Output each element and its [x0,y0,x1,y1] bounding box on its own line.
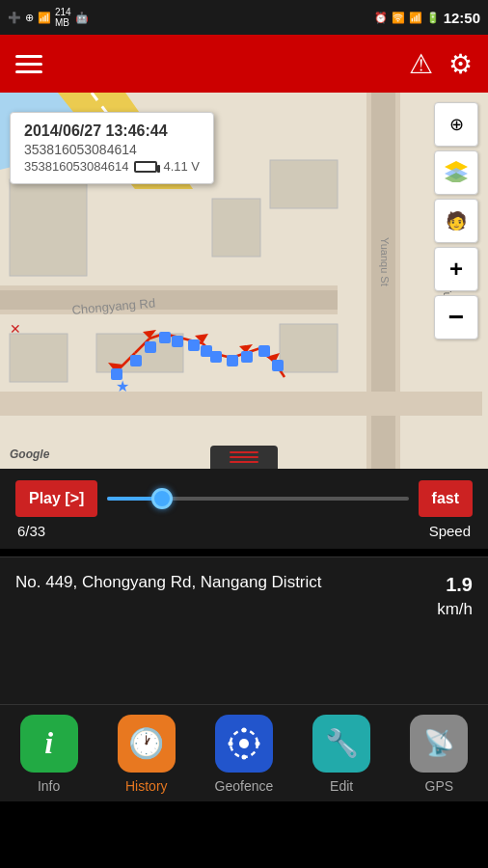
nav-item-history[interactable]: 🕐 History [103,715,190,794]
battery-indicator [134,161,157,173]
locate-icon: ⊕ [449,114,464,135]
edit-nav-icon: 🔧 [312,715,370,773]
settings-icon[interactable]: ⚙ [448,48,473,80]
svg-rect-41 [210,351,222,363]
google-attribution: Google [10,448,49,461]
svg-point-55 [241,754,246,759]
nav-item-gps[interactable]: 📡 GPS [395,715,482,794]
svg-rect-35 [130,355,142,366]
person-icon: 🧑 [446,210,467,231]
info-nav-label: Info [38,778,60,794]
svg-text:✕: ✕ [10,321,21,337]
wifi-icon: 📶 [38,12,51,24]
alarm-icon: ⏰ [374,12,388,24]
slider-thumb[interactable] [151,488,173,509]
person-btn[interactable]: 🧑 [434,199,478,243]
status-left-icons: ➕ ⊕ 📶 214MB 🤖 [8,7,89,28]
clock-display: 12:50 [444,10,480,26]
add-icon: ➕ [8,12,21,24]
svg-point-56 [228,741,232,746]
svg-rect-37 [159,332,171,343]
svg-point-53 [239,739,249,748]
edit-icon-glyph: 🔧 [325,727,359,759]
top-bar-right: ⚠ ⚙ [409,48,473,80]
svg-rect-45 [272,360,284,371]
svg-text:★: ★ [116,378,129,394]
bottom-nav: i Info 🕐 History Geofence 🔧 Edit [0,705,488,801]
status-right-icons: ⏰ 🛜 📶 🔋 12:50 [374,10,480,26]
hamburger-line-1 [15,55,42,58]
edit-nav-label: Edit [330,778,353,794]
popup-datetime: 2014/06/27 13:46:44 [24,122,200,140]
toggle-line-1 [230,451,258,453]
hamburger-menu[interactable] [15,55,42,73]
speed-label: Speed [429,523,471,539]
speed-unit: km/h [437,598,473,621]
info-nav-icon: i [20,715,78,773]
speed-display: 1.9 km/h [437,571,473,621]
playback-info: 6/33 Speed [15,523,473,539]
map-toggle-handle[interactable] [210,446,278,469]
svg-rect-43 [241,351,253,363]
layers-icon [443,159,470,187]
playback-controls-row: Play [>] fast [15,480,473,517]
svg-rect-38 [172,336,183,347]
zoom-out-icon: − [448,302,464,333]
geofence-nav-icon [215,715,273,773]
play-button[interactable]: Play [>] [15,480,97,517]
playback-area: Play [>] fast 6/33 Speed [0,469,488,549]
hamburger-line-2 [15,63,42,66]
geofence-nav-label: Geofence [215,778,274,794]
svg-point-57 [255,741,259,746]
top-bar: ⚠ ⚙ [0,35,488,93]
svg-rect-12 [10,179,87,276]
battery-icon: 🔋 [426,12,440,24]
geofence-icon-svg [227,726,261,761]
nav-item-geofence[interactable]: Geofence [201,715,287,794]
svg-text:Yuanqu St: Yuanqu St [379,237,391,286]
svg-rect-9 [0,392,482,416]
popup-detail: 353816053084614 4.11 V [24,159,200,174]
status-bar: ➕ ⊕ 📶 214MB 🤖 ⏰ 🛜 📶 🔋 12:50 [0,0,488,35]
address-text: No. 449, Chongyang Rd, Nangang District [15,571,437,594]
layers-btn[interactable] [434,150,478,195]
speed-value: 1.9 [437,571,473,598]
zoom-in-btn[interactable]: + [434,247,478,291]
hamburger-line-3 [15,70,42,73]
popup-voltage: 4.11 V [163,159,200,174]
popup-detail-id: 353816053084614 [24,159,128,174]
map-area[interactable]: Chongyang Rd Yuanqu St [0,93,488,469]
svg-rect-15 [270,160,338,208]
nav-item-edit[interactable]: 🔧 Edit [298,715,385,794]
locate-btn[interactable]: ⊕ [434,102,478,147]
wifi2-icon: 🛜 [392,12,405,24]
gps-nav-icon: 📡 [410,715,468,773]
svg-rect-16 [280,324,338,372]
svg-rect-6 [0,290,338,310]
history-nav-icon: 🕐 [118,715,176,773]
gps-nav-label: GPS [425,778,454,794]
svg-rect-42 [227,355,238,366]
history-nav-label: History [125,778,168,794]
svg-rect-36 [145,341,156,353]
popup-device-id: 353816053084614 [24,142,200,157]
speed-button[interactable]: fast [419,480,473,517]
info-icon-glyph: i [44,725,53,761]
zoom-out-btn[interactable]: − [434,295,478,339]
nav-item-info[interactable]: i Info [6,715,93,794]
svg-rect-44 [258,345,270,357]
toggle-line-3 [230,461,258,463]
playback-slider[interactable] [107,489,408,508]
playback-position: 6/33 [17,523,45,539]
warning-icon[interactable]: ⚠ [409,48,433,80]
toggle-line-2 [230,456,258,458]
location-area: No. 449, Chongyang Rd, Nangang District … [0,557,488,631]
storage-icon: 214MB [55,7,71,28]
history-icon-glyph: 🕐 [128,726,164,760]
toggle-lines [230,451,258,463]
signal-icon: 📶 [409,12,422,24]
svg-rect-13 [10,334,68,382]
extra-space [0,631,488,704]
svg-rect-39 [188,339,200,351]
map-info-popup: 2014/06/27 13:46:44 353816053084614 3538… [10,112,214,184]
